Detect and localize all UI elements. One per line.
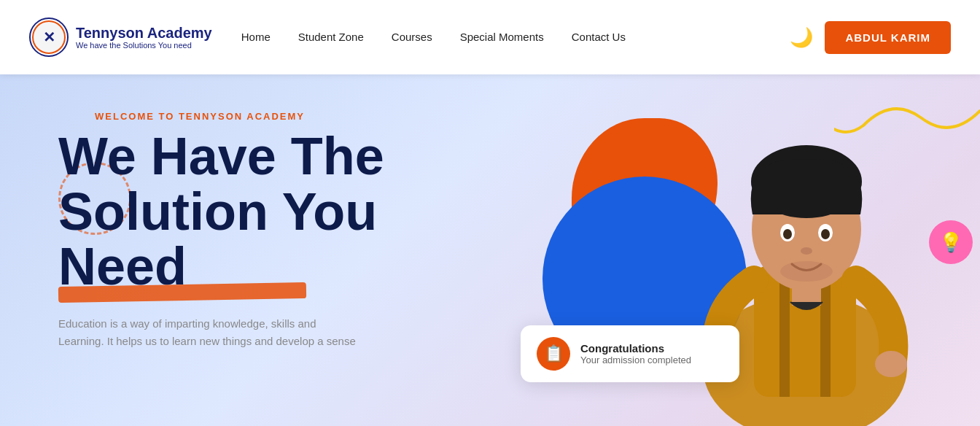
- nav-item-contact-us[interactable]: Contact Us: [572, 31, 626, 44]
- congrats-text-block: Congratulations Your admission completed: [580, 342, 691, 365]
- nav-link-special-moments[interactable]: Special Moments: [460, 31, 544, 43]
- svg-point-13: [801, 247, 812, 255]
- logo-title: Tennyson Academy: [76, 25, 212, 41]
- nav-link-courses[interactable]: Courses: [392, 31, 432, 43]
- congrats-title: Congratulations: [580, 342, 691, 355]
- congratulations-card: 📋 Congratulations Your admission complet…: [521, 325, 739, 382]
- yellow-curve-decoration: [834, 104, 980, 147]
- hero-section: WELCOME TO TENNYSON ACADEMY We Have The …: [0, 74, 980, 426]
- congrats-icon-circle: 📋: [537, 337, 570, 371]
- nav-item-special-moments[interactable]: Special Moments: [460, 31, 544, 44]
- logo-subtitle: We have the Solutions You need: [76, 41, 212, 50]
- logo-text: Tennyson Academy We have the Solutions Y…: [76, 25, 212, 50]
- nav-right: 🌙 ABDUL KARIM: [790, 21, 951, 54]
- welcome-tag: WELCOME TO TENNYSON ACADEMY: [95, 111, 384, 122]
- user-button[interactable]: ABDUL KARIM: [825, 21, 951, 54]
- lightbulb-icon: 💡: [939, 231, 962, 254]
- hero-right-graphics: 💡 📋 Congratulations Your admission compl…: [484, 74, 980, 426]
- svg-text:✕: ✕: [43, 29, 55, 45]
- nav-item-courses[interactable]: Courses: [392, 31, 432, 44]
- hero-heading-line3: Need: [58, 239, 187, 295]
- navbar: ✕ Tennyson Academy We have the Solutions…: [0, 0, 980, 74]
- nav-item-home[interactable]: Home: [241, 31, 271, 44]
- nav-item-student-zone[interactable]: Student Zone: [298, 31, 364, 44]
- hero-left-content: WELCOME TO TENNYSON ACADEMY We Have The …: [58, 96, 384, 350]
- svg-point-14: [780, 261, 833, 282]
- hero-heading: We Have The Solution You Need: [58, 129, 384, 295]
- hero-heading-line2: Solution You: [58, 185, 384, 240]
- logo-icon: ✕: [29, 18, 69, 57]
- svg-point-11: [783, 229, 792, 239]
- svg-point-17: [875, 351, 907, 377]
- hero-description: Education is a way of imparting knowledg…: [58, 315, 379, 350]
- nav-link-home[interactable]: Home: [241, 31, 271, 43]
- logo[interactable]: ✕ Tennyson Academy We have the Solutions…: [29, 18, 212, 57]
- nav-link-student-zone[interactable]: Student Zone: [298, 31, 364, 43]
- lightbulb-circle-decoration: 💡: [929, 220, 973, 264]
- congrats-icon: 📋: [544, 344, 564, 363]
- nav-link-contact-us[interactable]: Contact Us: [572, 31, 626, 43]
- hero-heading-line1: We Have The: [58, 129, 384, 185]
- svg-point-12: [821, 229, 830, 239]
- congrats-subtitle: Your admission completed: [580, 355, 691, 365]
- nav-links: Home Student Zone Courses Special Moment…: [241, 31, 790, 44]
- dark-mode-icon[interactable]: 🌙: [790, 26, 813, 49]
